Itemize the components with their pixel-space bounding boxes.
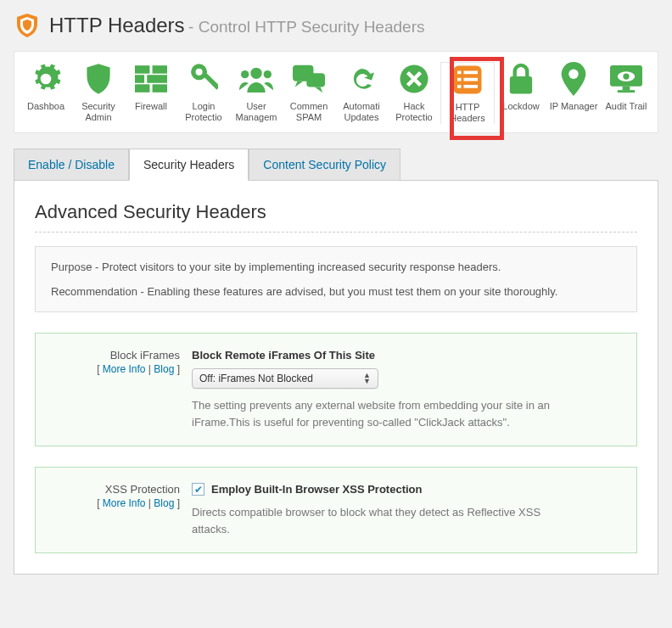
tabs: Enable / Disable Security Headers Conten…: [14, 149, 658, 181]
refresh-icon: [335, 62, 388, 96]
svg-rect-3: [147, 75, 167, 83]
nav-audit-trail[interactable]: Audit Trail: [600, 62, 652, 124]
setting-name: XSS Protection: [49, 483, 180, 496]
key-icon: [177, 62, 230, 96]
svg-rect-0: [135, 65, 149, 74]
recommendation-text: Recommendation - Enabling these features…: [51, 285, 621, 298]
svg-rect-22: [510, 76, 532, 93]
wall-icon: [125, 62, 177, 96]
nav-ip-manager[interactable]: IP Manager: [547, 62, 600, 124]
shield-logo-icon: [14, 12, 41, 39]
tab-csp[interactable]: Content Security Policy: [249, 149, 400, 180]
setting-links: [ More Info | Blog ]: [49, 363, 180, 375]
tab-content: Advanced Security Headers Purpose - Prot…: [14, 181, 658, 575]
page-title: HTTP Headers: [49, 14, 185, 36]
field-description: Directs compatible browser to block what…: [192, 504, 565, 537]
section-title: Advanced Security Headers: [35, 201, 637, 223]
shield-icon: [72, 62, 125, 96]
nav-dashboard[interactable]: Dashboa: [20, 62, 72, 124]
location-pin-icon: [547, 62, 600, 96]
x-circle-icon: [388, 62, 440, 96]
svg-rect-5: [153, 84, 167, 92]
svg-rect-1: [153, 65, 167, 74]
gear-icon: [20, 62, 72, 96]
field-title: Employ Built-In Browser XSS Protection: [211, 483, 422, 496]
svg-point-7: [196, 69, 203, 76]
blog-link[interactable]: Blog: [154, 497, 174, 509]
users-icon: [230, 62, 283, 96]
blog-link[interactable]: Blog: [154, 363, 174, 375]
setting-links: [ More Info | Blog ]: [49, 497, 180, 509]
nav-security-admin[interactable]: Security Admin: [72, 62, 125, 124]
purpose-text: Purpose - Protect visitors to your site …: [51, 261, 621, 273]
iframes-select[interactable]: Off: iFrames Not Blocked ▲▼: [192, 368, 378, 389]
nav-firewall[interactable]: Firewall: [125, 62, 177, 124]
nav-login-protection[interactable]: Login Protectio: [177, 62, 230, 124]
svg-rect-8: [204, 73, 218, 89]
setting-xss-protection: XSS Protection [ More Info | Blog ] ✔ Em…: [35, 467, 637, 553]
svg-rect-2: [135, 75, 144, 83]
nav-automatic-updates[interactable]: Automati Updates: [335, 62, 388, 124]
divider: [35, 232, 637, 233]
svg-point-9: [250, 68, 261, 79]
svg-rect-4: [135, 84, 149, 92]
chevron-updown-icon: ▲▼: [363, 373, 371, 384]
comments-icon: [283, 62, 335, 96]
xss-checkbox[interactable]: ✔: [192, 483, 204, 496]
page-header: HTTP Headers - Control HTTP Security Hea…: [14, 12, 658, 39]
tab-enable-disable[interactable]: Enable / Disable: [14, 149, 129, 180]
svg-rect-28: [618, 90, 635, 93]
field-title: Block Remote iFrames Of This Site: [192, 349, 623, 362]
svg-point-10: [241, 70, 249, 78]
display-icon: [600, 62, 652, 96]
page-subtitle: - Control HTTP Security Headers: [188, 18, 424, 36]
svg-point-26: [623, 73, 629, 79]
more-info-link[interactable]: More Info: [103, 363, 146, 375]
setting-block-iframes: Block iFrames [ More Info | Blog ] Block…: [35, 333, 637, 446]
main-nav: Dashboa Security Admin Firewall Login Pr…: [14, 51, 658, 133]
select-value: Off: iFrames Not Blocked: [199, 373, 313, 384]
nav-hack-protection[interactable]: Hack Protectio: [388, 62, 440, 124]
tab-security-headers[interactable]: Security Headers: [129, 149, 249, 181]
svg-point-23: [568, 70, 578, 79]
svg-point-11: [264, 70, 272, 78]
info-box: Purpose - Protect visitors to your site …: [35, 246, 637, 312]
highlight-box: [450, 57, 504, 140]
svg-rect-13: [306, 73, 325, 87]
nav-user-management[interactable]: User Managem: [230, 62, 283, 124]
field-description: The setting prevents any external websit…: [192, 397, 565, 430]
nav-comment-spam[interactable]: Commen SPAM: [283, 62, 335, 124]
more-info-link[interactable]: More Info: [103, 497, 146, 509]
svg-rect-27: [623, 87, 630, 90]
setting-name: Block iFrames: [49, 349, 180, 362]
